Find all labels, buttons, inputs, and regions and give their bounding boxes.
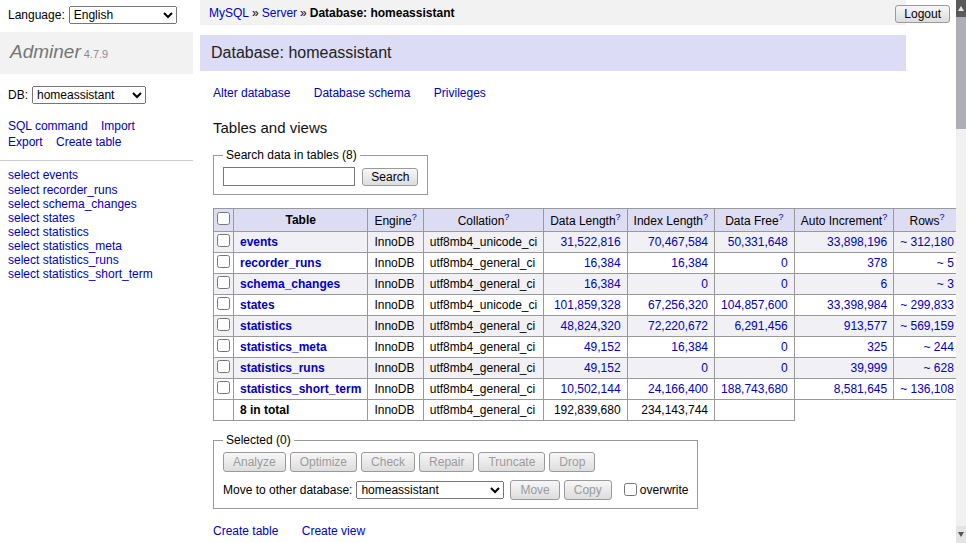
help-link[interactable]: ? — [779, 212, 784, 222]
database-schema-link[interactable]: Database schema — [314, 86, 411, 100]
row-checkbox[interactable] — [217, 381, 230, 394]
row-checkbox[interactable] — [217, 276, 230, 289]
sidebar-table-link[interactable]: select events — [8, 168, 78, 182]
sidebar-table-link[interactable]: select statistics — [8, 225, 89, 239]
language-select[interactable]: English — [69, 6, 177, 24]
sidebar-link-sql-command[interactable]: SQL command — [8, 119, 88, 133]
data-length-link[interactable]: 49,152 — [584, 340, 621, 354]
data-length-link[interactable]: 16,384 — [584, 277, 621, 291]
table-name-link[interactable]: statistics_runs — [240, 361, 325, 375]
help-link[interactable]: ? — [940, 212, 945, 222]
breadcrumb-link-server[interactable]: Server — [262, 6, 297, 20]
sidebar-table-link[interactable]: select statistics_short_term — [8, 267, 153, 281]
auto-increment-link[interactable]: 378 — [867, 256, 887, 270]
table-name-link[interactable]: events — [240, 235, 278, 249]
auto-increment-link[interactable]: 6 — [880, 277, 887, 291]
table-name-link[interactable]: statistics_short_term — [240, 382, 361, 396]
rows-link[interactable]: ~ 569,159 — [900, 319, 954, 333]
row-checkbox[interactable] — [217, 255, 230, 268]
data-free-link[interactable]: 0 — [781, 340, 788, 354]
sidebar-link-export[interactable]: Export — [8, 135, 43, 149]
data-length-link[interactable]: 10,502,144 — [561, 382, 621, 396]
rows-link[interactable]: ~ 3 — [937, 277, 954, 291]
rows-link[interactable]: ~ 136,108 — [900, 382, 954, 396]
index-length-link[interactable]: 0 — [701, 361, 708, 375]
data-free-link[interactable]: 6,291,456 — [734, 319, 787, 333]
auto-increment-link[interactable]: 33,898,196 — [827, 235, 887, 249]
help-link[interactable]: ? — [882, 212, 887, 222]
search-input[interactable] — [223, 167, 355, 186]
logout-button[interactable]: Logout — [895, 5, 950, 23]
index-length-link[interactable]: 70,467,584 — [648, 235, 708, 249]
row-checkbox[interactable] — [217, 234, 230, 247]
data-length-link[interactable]: 101,859,328 — [554, 298, 621, 312]
scrollbar-up-arrow-icon[interactable] — [956, 0, 966, 17]
auto-increment-link[interactable]: 39,999 — [850, 361, 887, 375]
check-button[interactable]: Check — [361, 452, 415, 472]
sidebar-link-create-table[interactable]: Create table — [56, 135, 121, 149]
rows-link[interactable]: ~ 628 — [924, 361, 954, 375]
search-button[interactable]: Search — [362, 168, 418, 186]
drop-button[interactable]: Drop — [549, 452, 595, 472]
rows-link[interactable]: ~ 5 — [937, 256, 954, 270]
row-checkbox[interactable] — [217, 360, 230, 373]
table-name-link[interactable]: recorder_runs — [240, 256, 321, 270]
data-length-link[interactable]: 31,522,816 — [561, 235, 621, 249]
data-free-link[interactable]: 0 — [781, 361, 788, 375]
data-free-link[interactable]: 0 — [781, 256, 788, 270]
rows-link[interactable]: ~ 299,833 — [900, 298, 954, 312]
help-link[interactable]: ? — [616, 212, 621, 222]
rows-link[interactable]: ~ 244 — [924, 340, 954, 354]
index-length-link[interactable]: 16,384 — [671, 256, 708, 270]
breadcrumb-link-mysql[interactable]: MySQL — [209, 6, 249, 20]
sidebar-table-link[interactable]: select states — [8, 211, 75, 225]
help-link[interactable]: ? — [703, 212, 708, 222]
auto-increment-link[interactable]: 8,581,645 — [834, 382, 887, 396]
index-length-link[interactable]: 16,384 — [671, 340, 708, 354]
sidebar-table-link[interactable]: select statistics_meta — [8, 239, 122, 253]
privileges-link[interactable]: Privileges — [434, 86, 486, 100]
index-length-link[interactable]: 72,220,672 — [648, 319, 708, 333]
data-free-link[interactable]: 104,857,600 — [721, 298, 788, 312]
scrollbar-thumb[interactable] — [956, 17, 966, 129]
repair-button[interactable]: Repair — [419, 452, 474, 472]
auto-increment-link[interactable]: 913,577 — [844, 319, 887, 333]
table-name-link[interactable]: statistics_meta — [240, 340, 327, 354]
truncate-button[interactable]: Truncate — [478, 452, 545, 472]
table-name-link[interactable]: states — [240, 298, 275, 312]
sidebar-link-import[interactable]: Import — [101, 119, 135, 133]
data-length-link[interactable]: 16,384 — [584, 256, 621, 270]
row-checkbox[interactable] — [217, 318, 230, 331]
row-checkbox[interactable] — [217, 339, 230, 352]
help-link[interactable]: ? — [504, 212, 509, 222]
alter-database-link[interactable]: Alter database — [213, 86, 290, 100]
create-view-link[interactable]: Create view — [302, 524, 365, 538]
overwrite-checkbox[interactable] — [624, 483, 637, 496]
index-length-link[interactable]: 67,256,320 — [648, 298, 708, 312]
sidebar-table-link[interactable]: select statistics_runs — [8, 253, 119, 267]
db-select[interactable]: homeassistant — [32, 86, 146, 104]
data-length-link[interactable]: 49,152 — [584, 361, 621, 375]
index-length-link[interactable]: 0 — [701, 277, 708, 291]
scrollbar-down-arrow-icon[interactable] — [956, 526, 966, 543]
data-free-link[interactable]: 50,331,648 — [728, 235, 788, 249]
data-length-link[interactable]: 48,824,320 — [561, 319, 621, 333]
move-button[interactable]: Move — [510, 480, 559, 500]
create-table-link[interactable]: Create table — [213, 524, 278, 538]
select-all-checkbox[interactable] — [217, 212, 230, 225]
scrollbar[interactable] — [956, 0, 966, 543]
copy-button[interactable]: Copy — [564, 480, 612, 500]
auto-increment-link[interactable]: 325 — [867, 340, 887, 354]
data-free-link[interactable]: 0 — [781, 277, 788, 291]
table-name-link[interactable]: statistics — [240, 319, 292, 333]
auto-increment-link[interactable]: 33,398,984 — [827, 298, 887, 312]
table-name-link[interactable]: schema_changes — [240, 277, 340, 291]
help-link[interactable]: ? — [412, 212, 417, 222]
row-checkbox[interactable] — [217, 297, 230, 310]
data-free-link[interactable]: 188,743,680 — [721, 382, 788, 396]
rows-link[interactable]: ~ 312,180 — [900, 235, 954, 249]
optimize-button[interactable]: Optimize — [290, 452, 357, 472]
sidebar-table-link[interactable]: select schema_changes — [8, 197, 137, 211]
sidebar-table-link[interactable]: select recorder_runs — [8, 183, 117, 197]
analyze-button[interactable]: Analyze — [223, 452, 286, 472]
